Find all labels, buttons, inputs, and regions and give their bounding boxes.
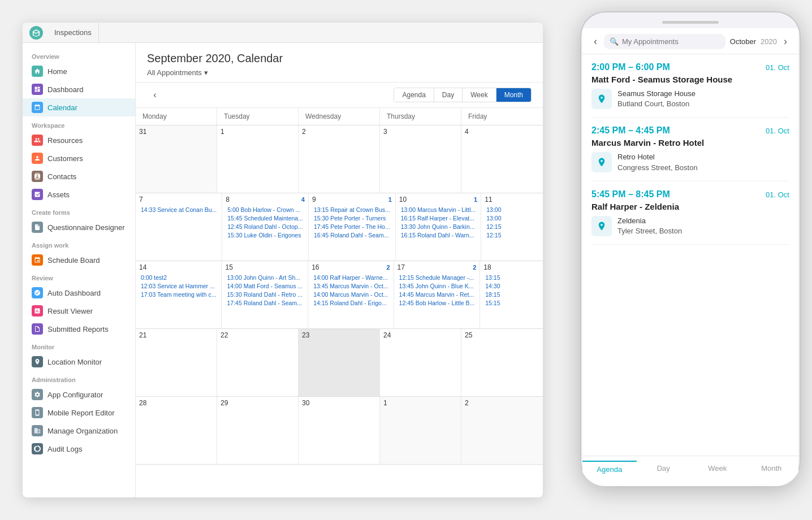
desktop-app: Inspections Overview Home Dashboard Cale… [23,23,543,497]
cal-cell-4-0[interactable]: 28 [136,397,217,464]
cal-event-item[interactable]: 0:00 test2 [139,274,218,281]
phone-tab-month[interactable]: Month [745,461,799,477]
sidebar-item-autodashboard[interactable]: Auto Dashboard [23,284,135,302]
cal-event-item[interactable]: 16:15 Ralf Harper - Elevat... [399,214,477,222]
sidebar-item-questionnaire[interactable]: Questionnaire Designer [23,218,135,236]
cal-event-item[interactable]: 18:15 [483,291,539,298]
sidebar-item-submitted-reports[interactable]: Submitted Reports [23,320,135,338]
phone-tab-agenda[interactable]: Agenda [582,461,637,477]
sidebar-item-app-configurator[interactable]: App Configurator [23,385,135,404]
sidebar-item-contacts[interactable]: Contacts [23,167,135,185]
cal-event-item[interactable]: 13:45 Marcus Marvin - Oct... [312,282,390,290]
cal-cell-2-2[interactable]: 16214:00 Ralf Harper - Warne...13:45 Mar… [308,261,394,328]
calendar-body: 311234714:33 Service at Conan Bu...845:0… [136,125,543,465]
phone-search-input[interactable] [622,37,720,46]
cal-event-item[interactable]: 13:15 [483,274,539,281]
sidebar-item-dashboard[interactable]: Dashboard [23,80,135,98]
sidebar-item-resources[interactable]: Resources [23,131,135,149]
cal-event-item[interactable]: 17:45 Pete Porter - The Ho... [312,223,392,231]
cal-cell-0-3[interactable]: 3 [380,125,461,193]
sidebar-item-schedule[interactable]: Schedule Board [23,251,135,269]
cal-event-item[interactable]: 15:45 Scheduled Maintena... [226,214,305,222]
cal-event-item[interactable]: 13:45 John Quinn - Blue K... [398,282,477,290]
cal-event-item[interactable]: 16:15 Roland Dahl - Warn... [399,231,477,239]
appointment-card-1[interactable]: 2:45 PM – 4:45 PM 01. Oct Marcus Marvin … [591,118,789,181]
cal-cell-1-4[interactable]: 1113:0013:0012:1512:15 [481,193,543,261]
cal-event-item[interactable]: 14:33 Service at Conan Bu... [139,206,218,214]
cal-cell-4-3[interactable]: 1 [380,397,461,464]
cal-event-item[interactable]: 5:00 Bob Harlow - Crown ... [226,206,305,214]
cal-event-item[interactable]: 13:00 John Quinn - Art Sh... [225,274,304,281]
cal-event-item[interactable]: 17:45 Roland Dahl - Seam... [225,299,304,307]
phone-tab-week[interactable]: Week [690,461,745,477]
cal-cell-3-3[interactable]: 24 [380,329,461,396]
cal-event-item[interactable]: 12:45 Bob Harlow - Little B... [398,299,477,307]
cal-cell-2-0[interactable]: 140:00 test212:03 Service at Hammer ...1… [136,261,222,328]
cal-event-item[interactable]: 14:15 Roland Dahl - Erigo... [312,299,390,307]
cal-cell-4-2[interactable]: 30 [299,397,380,464]
sidebar-item-assets[interactable]: Assets [23,185,135,203]
cal-event-item[interactable]: 12:15 Schedule Manager -... [398,274,477,281]
cal-event-item[interactable]: 13:15 Repair at Crown Bus... [312,206,392,214]
prev-month-button[interactable]: ‹ [147,87,163,103]
cal-event-item[interactable]: 15:15 [483,299,539,307]
sidebar-item-result-viewer[interactable]: Result Viewer [23,302,135,320]
appointment-card-2[interactable]: 5:45 PM – 8:45 PM 01. Oct Ralf Harper - … [591,181,789,245]
cal-cell-4-4[interactable]: 2 [461,397,543,464]
cal-event-item[interactable]: 14:00 Ralf Harper - Warne... [312,274,390,281]
sidebar-item-calendar[interactable]: Calendar [23,98,135,116]
cal-event-item[interactable]: 17:03 Team meeting with c... [139,291,218,298]
cal-cell-1-1[interactable]: 845:00 Bob Harlow - Crown ...15:45 Sched… [222,193,309,261]
appointment-card-0[interactable]: 2:00 PM – 6:00 PM 01. Oct Matt Ford - Se… [591,54,789,118]
phone-month-label: October [730,37,756,46]
cal-cell-3-0[interactable]: 21 [136,329,217,396]
cal-cell-3-4[interactable]: 25 [461,329,543,396]
cal-event-item[interactable]: 12:15 [485,231,539,239]
tab-day[interactable]: Day [434,88,463,102]
cal-cell-0-1[interactable]: 1 [217,125,299,193]
sidebar-item-mobile-report-editor[interactable]: Mobile Report Editor [23,404,135,422]
sidebar-item-customers[interactable]: Customers [23,149,135,167]
cal-cell-2-1[interactable]: 1513:00 John Quinn - Art Sh...14:00 Matt… [222,261,308,328]
cal-event-item[interactable]: 12:45 Roland Dahl - Octop... [226,223,305,231]
all-appointments-filter[interactable]: All Appointments ▾ [147,68,208,77]
cal-event-item[interactable]: 14:00 Matt Ford - Seamus ... [225,282,304,290]
cal-cell-1-0[interactable]: 714:33 Service at Conan Bu... [136,193,222,261]
cal-cell-3-1[interactable]: 22 [217,329,299,396]
phone-tab-day[interactable]: Day [637,461,691,477]
cal-event-item[interactable]: 14:30 [483,282,539,290]
cal-event-item[interactable]: 14:45 Marcus Marvin - Ret... [398,291,477,298]
cal-cell-1-3[interactable]: 10113:00 Marcus Marvin - Littl...16:15 R… [396,193,481,261]
cal-cell-4-1[interactable]: 29 [217,397,299,464]
cal-cell-0-0[interactable]: 31 [136,125,217,193]
phone-prev-button[interactable]: ‹ [591,36,599,47]
tab-week[interactable]: Week [463,88,496,102]
phone-appointments-list: 2:00 PM – 6:00 PM 01. Oct Matt Ford - Se… [582,54,798,456]
cal-event-item[interactable]: 13:00 Marcus Marvin - Littl... [399,206,477,214]
cal-event-item[interactable]: 16:45 Roland Dahl - Seam... [312,231,392,239]
cal-cell-0-2[interactable]: 2 [299,125,380,193]
cal-event-item[interactable]: 13:30 John Quinn - Barkin... [399,223,477,231]
sidebar-item-location-monitor[interactable]: Location Monitor [23,353,135,371]
cal-event-item[interactable]: 14:00 Marcus Marvin - Oct... [312,291,390,298]
cal-cell-0-4[interactable]: 4 [461,125,543,193]
cal-event-item[interactable]: 15:30 Luke Oldin - Erigones [226,231,305,239]
cal-cell-2-4[interactable]: 1813:1514:3018:1515:15 [480,261,543,328]
tab-label[interactable]: Inspections [47,23,99,43]
cal-cell-3-2[interactable]: 23 [299,329,380,396]
tab-agenda[interactable]: Agenda [394,88,434,102]
sidebar-item-audit-logs[interactable]: Audit Logs [23,440,135,458]
cal-event-item[interactable]: 12:15 [485,223,539,231]
cal-event-item[interactable]: 13:00 [485,206,539,214]
cal-event-item[interactable]: 15:30 Roland Dahl - Retro ... [225,291,304,298]
sidebar-item-manage-organization[interactable]: Manage Organization [23,422,135,440]
tab-month[interactable]: Month [496,88,531,102]
cal-event-item[interactable]: 12:03 Service at Hammer ... [139,282,218,290]
cal-cell-2-3[interactable]: 17212:15 Schedule Manager -...13:45 John… [394,261,481,328]
cal-cell-1-2[interactable]: 9113:15 Repair at Crown Bus...15:30 Pete… [309,193,396,261]
cal-event-item[interactable]: 15:30 Pete Porter - Turners [312,214,392,222]
phone-next-button[interactable]: › [781,36,789,47]
cal-event-item[interactable]: 13:00 [485,214,539,222]
sidebar-item-home[interactable]: Home [23,62,135,80]
appconfig-icon [32,389,43,400]
